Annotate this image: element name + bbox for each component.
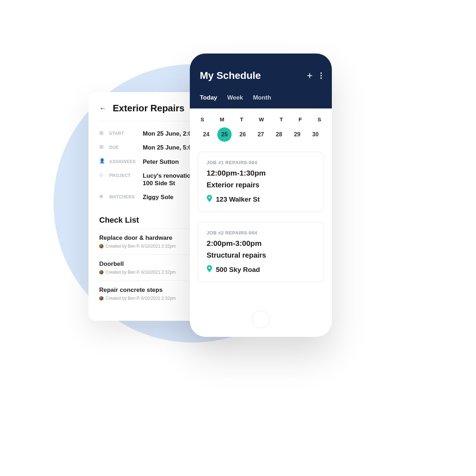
meta-value: Ziggy Sole bbox=[143, 193, 173, 201]
dow: T bbox=[240, 116, 243, 122]
job-time: 2:00pm-3:00pm bbox=[207, 239, 315, 248]
avatar-icon bbox=[99, 270, 103, 274]
tab-week[interactable]: Week bbox=[227, 94, 243, 101]
checklist-item-meta: Created by Ben P. 6/10/2021 2:32pm bbox=[106, 270, 176, 275]
avatar-icon bbox=[99, 296, 103, 300]
day-cell[interactable]: 27 bbox=[254, 127, 268, 142]
job-label: JOB #1 REPAIRS-004 bbox=[207, 160, 315, 165]
job-card[interactable]: JOB #2 REPAIRS-004 2:00pm-3:00pm Structu… bbox=[198, 222, 324, 282]
person-icon: 👤 bbox=[99, 158, 104, 164]
eye-icon: ◉ bbox=[99, 193, 104, 199]
checklist-item-title: Doorbell bbox=[99, 260, 176, 268]
job-location: 123 Walker St bbox=[216, 196, 260, 203]
day-cell[interactable]: 28 bbox=[272, 127, 286, 142]
job-name: Exterior repairs bbox=[207, 181, 315, 189]
dow: T bbox=[280, 116, 283, 122]
pin-icon: ◎ bbox=[99, 172, 104, 178]
calendar-icon: ▦ bbox=[99, 144, 104, 150]
home-button[interactable] bbox=[252, 310, 270, 328]
checklist-item-title: Replace door & hardware bbox=[99, 234, 176, 242]
dow: W bbox=[259, 116, 264, 122]
day-cell-selected[interactable]: 25 bbox=[217, 127, 232, 142]
dow: M bbox=[220, 116, 224, 122]
day-cell[interactable]: 29 bbox=[290, 127, 304, 142]
checklist-item-meta: Created by Ben P. 6/10/2021 2:32pm bbox=[106, 296, 176, 301]
calendar-icon: ▦ bbox=[99, 130, 104, 136]
schedule-title: My Schedule bbox=[200, 70, 261, 81]
week-dates: 24 25 26 27 28 29 30 bbox=[198, 127, 324, 142]
back-arrow-icon[interactable]: ← bbox=[99, 104, 106, 112]
job-time: 12:00pm-1:30pm bbox=[207, 169, 315, 177]
task-title: Exterior Repairs bbox=[113, 103, 184, 114]
meta-value: Lucy's renovation 100 Side St bbox=[143, 172, 194, 187]
meta-label: PROJECT bbox=[109, 172, 138, 178]
dow: F bbox=[299, 116, 302, 122]
meta-label: START bbox=[109, 130, 138, 136]
view-tabs: Today Week Month bbox=[200, 94, 322, 101]
day-cell[interactable]: 30 bbox=[308, 127, 323, 142]
job-name: Structural repairs bbox=[207, 251, 315, 259]
job-location: 500 Sky Road bbox=[216, 266, 260, 274]
week-day-header: S M T W T F S bbox=[198, 116, 324, 122]
location-pin-icon bbox=[207, 195, 212, 204]
job-label: JOB #2 REPAIRS-004 bbox=[207, 230, 315, 236]
meta-label: WATCHERS bbox=[109, 193, 138, 200]
day-cell[interactable]: 26 bbox=[236, 127, 250, 142]
day-cell[interactable]: 24 bbox=[199, 127, 213, 142]
meta-label: ASSIGNEES bbox=[109, 158, 138, 164]
tab-today[interactable]: Today bbox=[200, 94, 217, 101]
checklist-item-meta: Created by Ben P. 6/10/2021 2:32pm bbox=[106, 244, 176, 249]
location-pin-icon bbox=[207, 265, 212, 274]
phone-frame: My Schedule + Today Week Month S M T W T… bbox=[190, 54, 332, 337]
checklist-item-title: Repair concrete steps bbox=[99, 287, 176, 294]
schedule-header: My Schedule + Today Week Month bbox=[190, 54, 332, 108]
avatar-icon bbox=[99, 244, 103, 248]
dow: S bbox=[318, 116, 321, 122]
job-card[interactable]: JOB #1 REPAIRS-004 12:00pm-1:30pm Exteri… bbox=[198, 152, 324, 212]
meta-value: Peter Sutton bbox=[143, 158, 179, 166]
tab-month[interactable]: Month bbox=[253, 94, 271, 101]
add-icon[interactable]: + bbox=[307, 71, 313, 81]
meta-label: DUE bbox=[109, 144, 138, 150]
more-icon[interactable] bbox=[320, 72, 322, 79]
dow: S bbox=[201, 116, 204, 122]
